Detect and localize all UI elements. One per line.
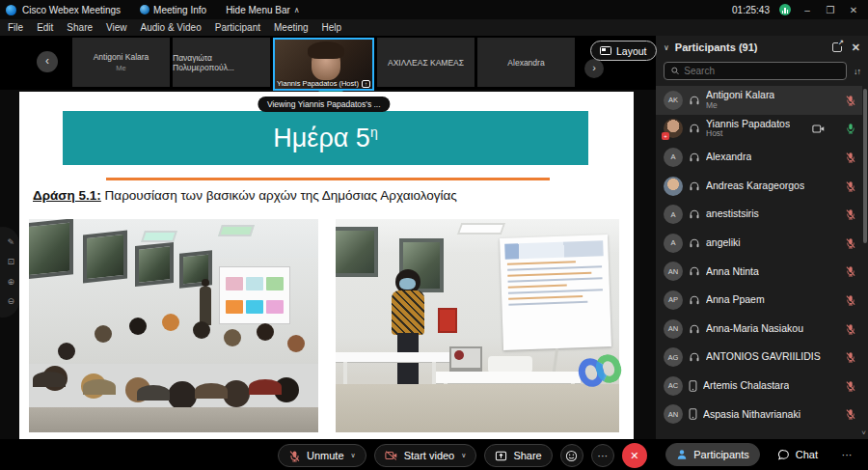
participant-row[interactable]: AKAntigoni KalaraMe <box>656 86 862 115</box>
leave-meeting-button[interactable]: ✕ <box>622 443 647 468</box>
participant-row[interactable]: ANAspasia Nithavrianaki <box>656 401 862 429</box>
control-bar: Unmute∨ Start video∨ Share ··· ✕ Partici… <box>0 439 868 470</box>
title-bar: Cisco Webex Meetings Meeting Info Hide M… <box>0 0 868 19</box>
chevron-down-icon[interactable]: ∨ <box>351 452 356 459</box>
mic-active-icon[interactable] <box>845 123 856 134</box>
video-thumbnail[interactable]: Antigoni KalaraMe <box>72 38 170 87</box>
participants-toggle-button[interactable]: Participants <box>665 443 759 466</box>
participant-row[interactable]: Andreas Karageorgos <box>656 172 862 201</box>
headset-icon <box>689 95 700 106</box>
panel-scrollbar[interactable] <box>863 89 867 243</box>
participant-row[interactable]: Aangeliki <box>656 229 862 258</box>
mic-muted-icon[interactable] <box>845 152 856 163</box>
menu-item-audio-video[interactable]: Audio & Video <box>141 22 202 33</box>
participant-row[interactable]: Aanestistsiris <box>656 200 862 229</box>
participant-row[interactable]: AGANTONIOS GAVRIILIDIS <box>656 343 862 372</box>
host-badge-icon: + <box>662 132 669 140</box>
avatar: AP <box>664 290 683 310</box>
meeting-info-button[interactable]: Meeting Info <box>140 5 206 15</box>
mic-muted-icon[interactable] <box>845 265 856 277</box>
participant-name: angeliki <box>706 237 741 249</box>
sort-participants-icon[interactable]: ↓↑ <box>854 67 860 76</box>
webex-logo-icon <box>6 5 16 15</box>
close-panel-icon[interactable]: ✕ <box>852 41 860 54</box>
participant-name: anestistsiris <box>706 208 759 220</box>
menu-item-participant[interactable]: Participant <box>215 22 260 33</box>
participant-role: Host <box>706 129 790 138</box>
mic-muted-icon[interactable] <box>845 208 856 220</box>
participant-name: Anna Ppaem <box>706 294 765 306</box>
app-title: Cisco Webex Meetings <box>22 5 121 15</box>
webex-watermark-icon <box>577 354 627 393</box>
meeting-timer: 01:25:43 <box>732 5 770 15</box>
menu-item-file[interactable]: File <box>8 22 23 33</box>
participant-search[interactable] <box>664 62 847 80</box>
layout-button[interactable]: Layout <box>590 41 657 61</box>
video-thumbnail[interactable]: Yiannis Papadatos (Host)↑ <box>273 38 374 91</box>
menu-item-share[interactable]: Share <box>67 22 93 33</box>
search-input[interactable] <box>684 66 839 76</box>
slide-divider <box>106 178 550 180</box>
mic-muted-icon[interactable] <box>845 180 856 192</box>
participant-row[interactable]: ACArtemis Chalastara <box>656 372 862 401</box>
annotate-icon[interactable]: ✎ <box>7 238 14 247</box>
participant-name: Artemis Chalastara <box>703 380 789 392</box>
fire-extinguisher-box <box>438 308 457 333</box>
mic-muted-icon[interactable] <box>845 294 856 306</box>
video-thumbnail[interactable]: ΑΧΙΛΛΕΑΣ ΚΑΜΕΑΣ <box>377 38 475 87</box>
share-button[interactable]: Share <box>484 444 552 467</box>
more-options-button[interactable]: ··· <box>591 444 614 467</box>
zoom-out-icon[interactable]: ⊖ <box>7 297 14 306</box>
slide-photos <box>19 217 634 435</box>
participant-list: AKAntigoni KalaraMe+Yiannis PapadatosHos… <box>656 86 862 433</box>
panel-collapse-chevron-icon[interactable]: ∨ <box>664 43 669 52</box>
hide-menu-bar-button[interactable]: Hide Menu Bar ∧ <box>226 5 300 15</box>
popout-panel-icon[interactable] <box>832 42 842 52</box>
filmstrip-next-button[interactable]: › <box>584 59 604 78</box>
participant-name: Anna-Maria Nasiakou <box>706 323 803 335</box>
video-thumbnail[interactable]: Alexandra <box>477 38 575 87</box>
filmstrip-prev-button[interactable]: ‹ <box>37 51 58 72</box>
zoom-in-icon[interactable]: ⊕ <box>7 278 14 287</box>
photo-presenter <box>336 219 619 432</box>
menu-item-edit[interactable]: Edit <box>37 22 53 33</box>
menu-item-meeting[interactable]: Meeting <box>274 22 309 33</box>
slide-title-banner: Ημέρα 5η <box>63 111 588 165</box>
video-thumbnail[interactable]: Παναγιώτα Πολυμεροπούλ... <box>173 38 270 87</box>
mic-muted-icon[interactable] <box>845 95 856 106</box>
photo-classroom-audience <box>29 219 318 432</box>
mic-muted-icon[interactable] <box>845 237 856 249</box>
mic-muted-icon[interactable] <box>845 351 856 363</box>
participant-row[interactable]: ANAnna-Maria Nasiakou <box>656 315 862 344</box>
more-panels-button[interactable]: ··· <box>835 443 858 466</box>
headset-icon <box>689 180 700 192</box>
mic-muted-icon[interactable] <box>845 408 856 420</box>
camera-off-icon <box>385 450 398 461</box>
participant-row[interactable]: APAnna Ppaem <box>656 286 862 315</box>
menu-item-help[interactable]: Help <box>322 22 342 33</box>
fit-to-window-icon[interactable]: ⊡ <box>7 258 14 266</box>
start-video-button[interactable]: Start video∨ <box>374 444 477 467</box>
mic-muted-icon[interactable] <box>845 323 856 335</box>
camera-on-icon <box>812 124 826 134</box>
phone-icon <box>689 408 697 420</box>
avatar: AC <box>664 376 683 396</box>
meeting-info-icon <box>140 5 149 14</box>
avatar: AK <box>664 91 683 110</box>
reactions-button[interactable] <box>560 444 583 467</box>
menu-item-view[interactable]: View <box>106 22 127 33</box>
chat-toggle-button[interactable]: Chat <box>768 443 827 466</box>
close-button[interactable]: ✕ <box>847 5 860 15</box>
chevron-down-icon[interactable]: ∨ <box>461 452 466 459</box>
unmute-button[interactable]: Unmute∨ <box>278 444 366 467</box>
mic-muted-icon[interactable] <box>845 380 856 392</box>
scroll-down-chevron-icon[interactable]: ˅ <box>861 429 866 437</box>
participant-row[interactable]: +Yiannis PapadatosHost <box>656 115 862 144</box>
restore-button[interactable]: ❐ <box>824 5 837 15</box>
avatar <box>664 177 683 196</box>
projection-screen <box>500 235 611 350</box>
avatar: + <box>664 119 683 138</box>
participant-row[interactable]: AAlexandra <box>656 143 862 172</box>
participant-row[interactable]: ANAnna Ntinta <box>656 258 862 287</box>
minimize-button[interactable]: – <box>800 5 814 15</box>
